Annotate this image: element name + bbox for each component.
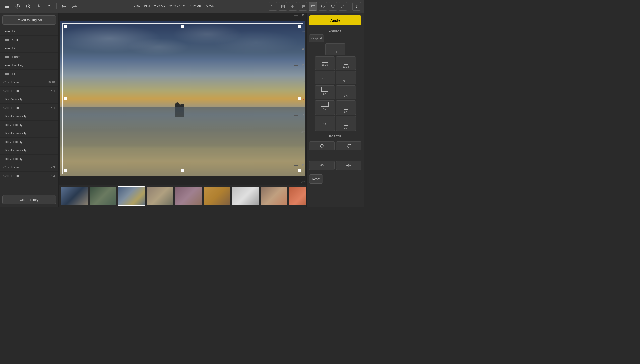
current-mp: 3.12 MP (190, 5, 201, 8)
thumbnail-5[interactable] (175, 186, 202, 206)
apply-button[interactable]: Apply (309, 16, 362, 26)
thumbnail-4[interactable] (146, 186, 174, 206)
history-item-label-10: Flip Horizontally (4, 114, 26, 118)
aspect-row-6: 3:2 2:3 (309, 116, 362, 131)
aspect-10-16-button[interactable]: 10:16 (336, 56, 356, 70)
history-button[interactable] (14, 2, 22, 11)
zoom-level: 79.2% (205, 5, 214, 8)
aspect-1-1-button[interactable]: 1:1 (326, 44, 346, 56)
flip-horizontal-button[interactable] (309, 161, 335, 170)
rotate-cw-button[interactable] (336, 142, 362, 150)
aspect-3-2-button[interactable]: 3:2 (315, 116, 335, 131)
thumbnail-1[interactable] (61, 186, 88, 206)
undo-loop-button[interactable] (24, 2, 32, 11)
thumbnail-image-1 (61, 187, 88, 206)
svg-rect-1 (5, 6, 9, 7)
history-item-2[interactable]: Look: Lit (0, 44, 58, 53)
history-item-label-9: Crop Ratio (4, 106, 19, 110)
aspect-3-4-button[interactable]: 3:4 (336, 100, 356, 115)
clear-history-button[interactable]: Clear History (2, 195, 56, 204)
svg-rect-2 (5, 8, 9, 8)
crop-tool-button[interactable] (309, 2, 317, 11)
fit-screen-button[interactable] (279, 2, 287, 11)
svg-rect-0 (5, 5, 9, 6)
expand-button[interactable] (339, 2, 347, 11)
aspect-4-5-button[interactable]: 4:5 (336, 86, 356, 100)
aspect-2-3-button[interactable]: 2:3 (336, 116, 356, 131)
help-button[interactable]: ? (352, 2, 361, 11)
flip-section (307, 159, 364, 172)
main-area: Revert to Original Look: LitLook: ChillL… (0, 13, 364, 207)
divider-2 (350, 4, 350, 10)
history-item-4[interactable]: Look: Lowkey (0, 61, 58, 70)
svg-text:A: A (294, 6, 295, 8)
history-item-8[interactable]: Flip Vertically (0, 95, 58, 104)
thumbnail-image-3 (118, 187, 145, 206)
flip-section-title: FLIP (307, 152, 364, 159)
history-item-11[interactable]: Flip Vertically (0, 121, 58, 129)
history-item-label-14: Flip Horizontally (4, 148, 26, 152)
original-aspect-button[interactable]: Original (309, 34, 324, 42)
history-item-label-0: Look: Lit (4, 30, 16, 33)
main-image (60, 22, 305, 176)
svg-point-4 (28, 6, 29, 7)
redo-button[interactable] (70, 2, 79, 11)
history-item-label-2: Look: Lit (4, 46, 16, 50)
history-item-17[interactable]: Crop Ratio4:3 (0, 172, 58, 180)
menu-button[interactable] (3, 2, 12, 11)
thumbnail-8[interactable] (260, 186, 288, 206)
aspect-16-9-button[interactable]: 16:9 (315, 71, 335, 84)
aspect-16-10-button[interactable]: 16:10 (315, 56, 335, 70)
upload-button[interactable] (45, 2, 54, 11)
aspect-icon-5-4 (322, 87, 328, 92)
rotate-ccw-button[interactable] (309, 142, 335, 150)
history-item-15[interactable]: Flip Vertically (0, 155, 58, 163)
circle-crop-button[interactable] (319, 2, 327, 11)
original-mp: 2.92 MP (154, 5, 166, 8)
thumbnail-7[interactable] (232, 186, 259, 206)
history-item-0[interactable]: Look: Lit (0, 27, 58, 36)
flip-vertical-button[interactable] (336, 161, 362, 170)
rotate-section (307, 140, 364, 152)
thumbnail-6[interactable] (203, 186, 231, 206)
perspective-button[interactable] (329, 2, 337, 11)
history-item-value-17: 4:3 (51, 174, 55, 178)
history-item-7[interactable]: Crop Ratio5:4 (0, 87, 58, 95)
undo-button[interactable] (60, 2, 68, 11)
thumbnail-image-7 (232, 187, 259, 206)
history-item-16[interactable]: Crop Ratio2:3 (0, 163, 58, 172)
image-canvas[interactable]: 25° 20° 15° 10° 5° 0° -5° -10° -15° -20°… (59, 13, 306, 185)
history-item-5[interactable]: Look: Lit (0, 70, 58, 78)
history-panel: Revert to Original Look: LitLook: ChillL… (0, 13, 59, 207)
history-item-9[interactable]: Crop Ratio5:4 (0, 104, 58, 112)
history-item-12[interactable]: Flip Horizontally (0, 129, 58, 138)
info-toggle-button[interactable] (299, 2, 307, 11)
zoom-1-1-button[interactable]: 1:1 (269, 2, 277, 11)
thumbnail-9[interactable] (289, 186, 306, 206)
before-after-button[interactable]: BA (289, 2, 297, 11)
aspect-4-3-button[interactable]: 4:3 (315, 100, 335, 115)
thumbnail-strip (59, 185, 306, 207)
download-button[interactable] (34, 2, 43, 11)
history-item-label-1: Look: Chill (4, 38, 19, 42)
aspect-5-4-button[interactable]: 5:4 (315, 86, 335, 100)
toolbar: 2162 x 1351 2.92 MP 2162 x 1441 3.12 MP … (0, 0, 364, 13)
reset-button[interactable]: Reset (309, 174, 323, 184)
revert-to-original-button[interactable]: Revert to Original (2, 16, 56, 25)
history-item-13[interactable]: Flip Vertically (0, 138, 58, 146)
history-item-value-6: 16:10 (48, 81, 55, 84)
thumbnail-image-2 (90, 187, 116, 206)
thumbnail-3[interactable] (118, 186, 145, 206)
history-item-10[interactable]: Flip Horizontally (0, 112, 58, 121)
history-item-1[interactable]: Look: Chill (0, 36, 58, 44)
aspect-grid: 1:1 16:10 10:16 16:9 (307, 44, 364, 133)
history-item-6[interactable]: Crop Ratio16:10 (0, 78, 58, 87)
history-item-14[interactable]: Flip Horizontally (0, 146, 58, 155)
aspect-icon-1-1 (333, 45, 338, 50)
thumbnail-2[interactable] (89, 186, 117, 206)
aspect-icon-3-4 (344, 102, 348, 110)
history-item-3[interactable]: Look: Foam (0, 53, 58, 61)
aspect-9-16-button[interactable]: 9:16 (336, 71, 356, 84)
thumbnail-image-5 (175, 187, 202, 206)
history-item-label-11: Flip Vertically (4, 123, 23, 127)
